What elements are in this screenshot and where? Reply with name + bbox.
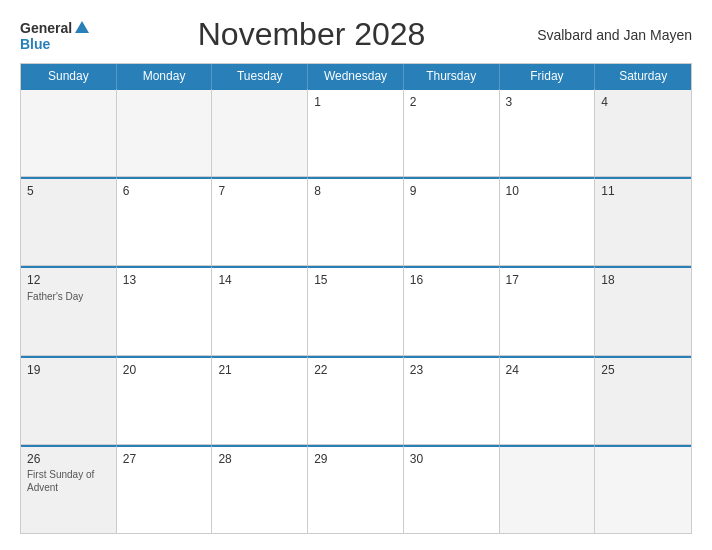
calendar-week-row: 567891011 [21, 177, 691, 266]
calendar-cell: 25 [595, 356, 691, 444]
weekday-header: Wednesday [308, 64, 404, 88]
calendar-cell: 18 [595, 266, 691, 354]
day-number: 2 [410, 95, 493, 109]
day-number: 26 [27, 452, 110, 466]
calendar-cell: 3 [500, 88, 596, 176]
day-number: 20 [123, 363, 206, 377]
logo-icon [73, 19, 91, 37]
calendar-cell: 6 [117, 177, 213, 265]
calendar-cell: 10 [500, 177, 596, 265]
day-number: 23 [410, 363, 493, 377]
calendar-cell: 14 [212, 266, 308, 354]
svg-marker-0 [75, 21, 89, 33]
calendar-cell [117, 88, 213, 176]
day-number: 29 [314, 452, 397, 466]
day-number: 28 [218, 452, 301, 466]
calendar-cell: 1 [308, 88, 404, 176]
day-number: 30 [410, 452, 493, 466]
day-number: 17 [506, 273, 589, 287]
weekday-header: Saturday [595, 64, 691, 88]
calendar-cell: 26First Sunday of Advent [21, 445, 117, 533]
day-number: 24 [506, 363, 589, 377]
calendar-cell: 13 [117, 266, 213, 354]
day-number: 13 [123, 273, 206, 287]
weekday-header: Sunday [21, 64, 117, 88]
day-number: 5 [27, 184, 110, 198]
day-number: 15 [314, 273, 397, 287]
day-number: 6 [123, 184, 206, 198]
day-number: 12 [27, 273, 110, 287]
day-number: 18 [601, 273, 685, 287]
calendar-cell: 7 [212, 177, 308, 265]
calendar-cell: 27 [117, 445, 213, 533]
calendar-header: SundayMondayTuesdayWednesdayThursdayFrid… [21, 64, 691, 88]
calendar-cell: 16 [404, 266, 500, 354]
calendar-cell [21, 88, 117, 176]
day-number: 3 [506, 95, 589, 109]
calendar-cell: 22 [308, 356, 404, 444]
calendar-cell: 19 [21, 356, 117, 444]
day-event: First Sunday of Advent [27, 468, 110, 494]
weekday-header: Tuesday [212, 64, 308, 88]
calendar-cell [500, 445, 596, 533]
day-number: 14 [218, 273, 301, 287]
calendar-cell: 17 [500, 266, 596, 354]
calendar-cell: 21 [212, 356, 308, 444]
logo-general: General [20, 21, 72, 35]
calendar-cell: 20 [117, 356, 213, 444]
logo: General Blue [20, 19, 91, 51]
day-number: 21 [218, 363, 301, 377]
calendar-cell: 5 [21, 177, 117, 265]
day-number: 7 [218, 184, 301, 198]
calendar-cell: 9 [404, 177, 500, 265]
calendar-cell: 29 [308, 445, 404, 533]
calendar-week-row: 12Father's Day131415161718 [21, 266, 691, 355]
page: General Blue November 2028 Svalbard and … [0, 0, 712, 550]
month-title: November 2028 [91, 16, 532, 53]
calendar-cell: 28 [212, 445, 308, 533]
day-number: 11 [601, 184, 685, 198]
calendar-cell: 15 [308, 266, 404, 354]
calendar-cell: 11 [595, 177, 691, 265]
header: General Blue November 2028 Svalbard and … [20, 16, 692, 53]
calendar-body: 123456789101112Father's Day1314151617181… [21, 88, 691, 533]
calendar-cell: 23 [404, 356, 500, 444]
day-event: Father's Day [27, 290, 110, 303]
calendar-week-row: 26First Sunday of Advent27282930 [21, 445, 691, 533]
calendar-cell: 8 [308, 177, 404, 265]
calendar-week-row: 19202122232425 [21, 356, 691, 445]
day-number: 25 [601, 363, 685, 377]
day-number: 16 [410, 273, 493, 287]
weekday-header: Thursday [404, 64, 500, 88]
calendar-cell: 2 [404, 88, 500, 176]
weekday-header: Monday [117, 64, 213, 88]
day-number: 9 [410, 184, 493, 198]
day-number: 19 [27, 363, 110, 377]
calendar-cell: 24 [500, 356, 596, 444]
day-number: 10 [506, 184, 589, 198]
weekday-header: Friday [500, 64, 596, 88]
calendar: SundayMondayTuesdayWednesdayThursdayFrid… [20, 63, 692, 534]
calendar-cell [595, 445, 691, 533]
calendar-cell: 12Father's Day [21, 266, 117, 354]
day-number: 27 [123, 452, 206, 466]
day-number: 22 [314, 363, 397, 377]
day-number: 8 [314, 184, 397, 198]
calendar-cell: 4 [595, 88, 691, 176]
day-number: 4 [601, 95, 685, 109]
day-number: 1 [314, 95, 397, 109]
country-name: Svalbard and Jan Mayen [532, 27, 692, 43]
logo-blue: Blue [20, 37, 50, 51]
calendar-cell: 30 [404, 445, 500, 533]
calendar-week-row: 1234 [21, 88, 691, 177]
calendar-cell [212, 88, 308, 176]
